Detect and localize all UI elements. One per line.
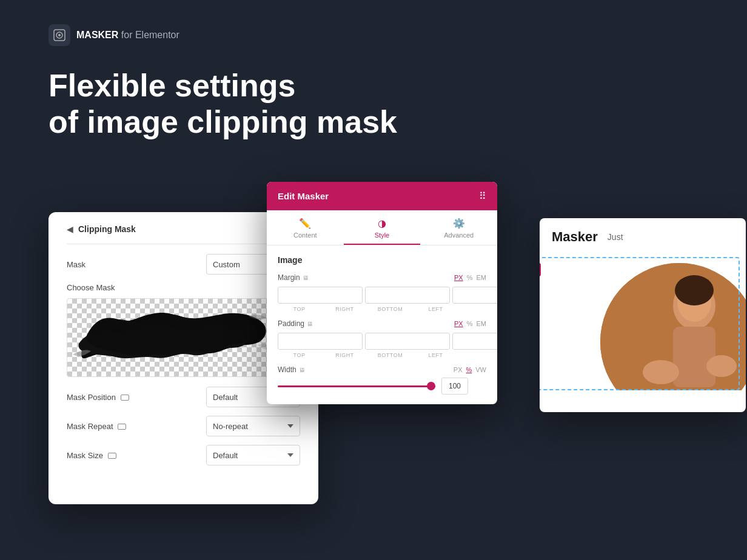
padding-unit-percent[interactable]: % [467,320,473,327]
advanced-tab-icon: ⚙️ [453,218,465,229]
padding-link-label [460,352,486,358]
content-tab-icon: ✏️ [299,218,311,229]
margin-left-label: LEFT [414,306,457,312]
width-label: Width 🖥 [278,365,305,374]
margin-link-label [460,306,486,312]
margin-top-input[interactable] [278,287,363,304]
tab-advanced[interactable]: ⚙️ Advanced [420,210,497,245]
padding-monitor-icon: 🖥 [307,321,313,327]
mask-repeat-label: Mask Repeat [67,422,126,431]
padding-unit-row: Padding 🖥 PX % EM [278,319,486,328]
width-unit-vw[interactable]: VW [475,366,486,373]
masker-border-overlay: ⊞ [540,257,740,390]
logo-icon [49,24,70,46]
masker-preview-card: Masker Just ⊞ [540,218,746,412]
panel-title: Edit Masker [278,191,329,201]
monitor-icon-2 [118,424,126,430]
logo-row: MASKER for Elementor [49,24,698,46]
margin-label: Margin 🖥 [278,273,309,282]
tab-style[interactable]: ◑ Style [344,210,421,245]
margin-top-label: TOP [278,306,321,312]
header: MASKER for Elementor Flexible settings o… [0,0,747,141]
margin-inputs: 🔗 [278,287,486,304]
padding-right-label: RIGHT [323,352,366,358]
image-section-title: Image [278,255,486,265]
svg-point-2 [58,34,61,36]
panel-tabs: ✏️ Content ◑ Style ⚙️ Advanced [267,210,497,245]
mask-repeat-select[interactable]: No-repeat Repeat Repeat-x Repeat-y [206,416,300,436]
mask-row: Mask Custom None Circle Triangle [67,254,300,275]
mask-position-label: Mask Position [67,393,129,402]
style-tab-label: Style [375,232,389,239]
masker-subtitle: Just [608,232,623,242]
padding-left-label: LEFT [414,352,457,358]
tab-content[interactable]: ✏️ Content [267,210,344,245]
mask-size-label: Mask Size [67,451,116,460]
masker-image-area: ⊞ [540,251,746,390]
mask-size-select[interactable]: Default Cover Contain [206,445,300,465]
cards-area: ◀ Clipping Mask Mask Custom None Circle … [49,182,747,560]
mask-size-row: Mask Size Default Cover Contain [67,445,300,465]
section-header: ◀ Clipping Mask [67,224,300,234]
padding-label: Padding 🖥 [278,319,313,328]
divider [67,244,300,244]
margin-bottom-label: BOTTOM [369,306,412,312]
margin-unit-em[interactable]: EM [477,274,487,281]
padding-bottom-label: BOTTOM [369,352,412,358]
mask-position-row: Mask Position Default Top Left Center [67,387,300,407]
edit-masker-panel: Edit Masker ⠿ ✏️ Content ◑ Style ⚙️ Adva… [267,182,497,404]
margin-bottom-input[interactable] [452,287,497,304]
mask-repeat-row: Mask Repeat No-repeat Repeat Repeat-x Re… [67,416,300,436]
monitor-icon-3 [108,453,116,459]
width-unit-px[interactable]: PX [454,366,463,373]
width-value: 100 [441,378,468,395]
margin-right-input[interactable] [365,287,450,304]
section-title: Clipping Mask [78,224,136,234]
panel-header: Edit Masker ⠿ [267,182,497,210]
mask-label: Mask [67,260,85,269]
padding-input-labels: TOP RIGHT BOTTOM LEFT [278,352,486,358]
padding-top-input[interactable] [278,333,363,350]
panel-body: Image Margin 🖥 PX % EM 🔗 [267,245,497,404]
padding-top-label: TOP [278,352,321,358]
choose-mask-label: Choose Mask [67,283,300,292]
padding-units: PX % EM [454,320,486,327]
padding-unit-em[interactable]: EM [477,320,487,327]
masker-title: Masker [552,229,598,245]
chevron-icon: ◀ [67,224,73,234]
elementor-icon: ⊞ [540,263,541,276]
hero-title: Flexible settings of image clipping mask [49,68,412,141]
style-tab-icon: ◑ [378,218,386,229]
grid-icon[interactable]: ⠿ [479,190,486,202]
padding-bottom-input[interactable] [452,333,497,350]
padding-right-input[interactable] [365,333,450,350]
masker-preview-header: Masker Just [540,218,746,251]
margin-units: PX % EM [454,274,486,281]
width-row: Width 🖥 PX % VW [278,365,486,374]
monitor-icon [121,395,129,401]
margin-input-labels: TOP RIGHT BOTTOM LEFT [278,306,486,312]
mask-preview [67,298,279,377]
width-unit-percent[interactable]: % [466,366,472,373]
padding-inputs: 🔗 [278,333,486,350]
width-units: PX % VW [454,366,486,373]
width-control: 100 [278,378,486,395]
margin-monitor-icon: 🖥 [303,275,309,281]
margin-unit-px[interactable]: PX [454,274,463,281]
margin-unit-row: Margin 🖥 PX % EM [278,273,486,282]
margin-unit-percent[interactable]: % [467,274,473,281]
padding-unit-px[interactable]: PX [454,320,463,327]
advanced-tab-label: Advanced [444,232,474,239]
logo-text: MASKER for Elementor [76,30,179,41]
margin-right-label: RIGHT [323,306,366,312]
width-slider[interactable] [278,380,435,392]
width-monitor-icon: 🖥 [299,367,305,373]
content-tab-label: Content [293,232,317,239]
